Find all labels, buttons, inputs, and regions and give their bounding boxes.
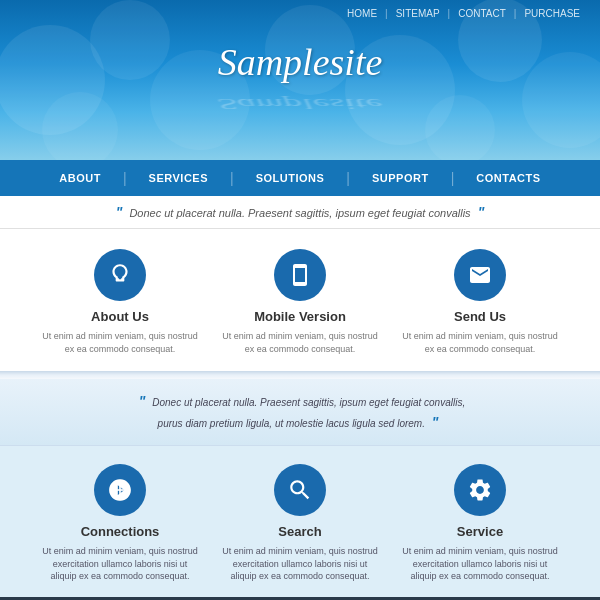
search-icon xyxy=(274,464,326,516)
service-gear-icon xyxy=(454,464,506,516)
feature-about: About Us Ut enim ad minim veniam, quis n… xyxy=(40,249,200,355)
feature-about-title: About Us xyxy=(40,309,200,324)
nav-about[interactable]: ABOUT xyxy=(37,160,123,196)
top-nav-sitemap[interactable]: SITEMAP xyxy=(388,8,448,19)
nav-support[interactable]: SUPPORT xyxy=(350,160,451,196)
quote-block-open: " xyxy=(139,393,146,409)
feature-send: Send Us Ut enim ad minim veniam, quis no… xyxy=(400,249,560,355)
svg-point-11 xyxy=(118,482,122,486)
service-service-title: Service xyxy=(400,524,560,539)
service-connections-title: Connections xyxy=(40,524,200,539)
feature-send-desc: Ut enim ad minim veniam, quis nostrud ex… xyxy=(400,330,560,355)
top-navigation: HOME | SITEMAP | CONTACT | PURCHASE xyxy=(339,8,588,19)
service-search-desc: Ut enim ad minim veniam, quis nostrud ex… xyxy=(220,545,380,583)
header: HOME | SITEMAP | CONTACT | PURCHASE Samp… xyxy=(0,0,600,160)
service-service-desc: Ut enim ad minim veniam, quis nostrud ex… xyxy=(400,545,560,583)
feature-about-desc: Ut enim ad minim veniam, quis nostrud ex… xyxy=(40,330,200,355)
feature-mobile-desc: Ut enim ad minim veniam, quis nostrud ex… xyxy=(220,330,380,355)
about-icon xyxy=(94,249,146,301)
quote-block-line2: purus diam pretium ligula, ut molestie l… xyxy=(158,418,425,429)
quote-bar: " Donec ut placerat nulla. Praesent sagi… xyxy=(0,196,600,229)
close-quote: " xyxy=(478,204,485,220)
service-connections-desc: Ut enim ad minim veniam, quis nostrud ex… xyxy=(40,545,200,583)
top-nav-home[interactable]: HOME xyxy=(339,8,385,19)
quote-block-line1: Donec ut placerat nulla. Praesent sagitt… xyxy=(152,397,465,408)
feature-mobile-title: Mobile Version xyxy=(220,309,380,324)
mobile-icon xyxy=(274,249,326,301)
svg-point-1 xyxy=(90,0,170,80)
send-icon xyxy=(454,249,506,301)
main-navigation: ABOUT | SERVICES | SOLUTIONS | SUPPORT |… xyxy=(0,160,600,196)
site-title-reflection: Samplesite xyxy=(218,95,383,113)
nav-services[interactable]: SERVICES xyxy=(127,160,230,196)
service-search: Search Ut enim ad minim veniam, quis nos… xyxy=(220,464,380,583)
quote-text: Donec ut placerat nulla. Praesent sagitt… xyxy=(129,207,470,219)
svg-point-10 xyxy=(124,488,128,492)
svg-point-6 xyxy=(522,52,600,148)
service-search-title: Search xyxy=(220,524,380,539)
nav-solutions[interactable]: SOLUTIONS xyxy=(234,160,347,196)
feature-mobile: Mobile Version Ut enim ad minim veniam, … xyxy=(220,249,380,355)
top-nav-contact[interactable]: CONTACT xyxy=(450,8,514,19)
svg-point-9 xyxy=(111,488,115,492)
top-nav-purchase[interactable]: PURCHASE xyxy=(516,8,588,19)
connections-icon xyxy=(94,464,146,516)
quote-block: " Donec ut placerat nulla. Praesent sagi… xyxy=(0,379,600,446)
services-section: Connections Ut enim ad minim veniam, qui… xyxy=(0,446,600,597)
open-quote: " xyxy=(116,204,123,220)
site-title: Samplesite xyxy=(218,40,383,84)
section-divider xyxy=(0,371,600,379)
service-service: Service Ut enim ad minim veniam, quis no… xyxy=(400,464,560,583)
quote-block-close: " xyxy=(432,414,439,430)
feature-send-title: Send Us xyxy=(400,309,560,324)
features-section: About Us Ut enim ad minim veniam, quis n… xyxy=(0,229,600,371)
service-connections: Connections Ut enim ad minim veniam, qui… xyxy=(40,464,200,583)
nav-contacts[interactable]: CONTACTS xyxy=(454,160,562,196)
